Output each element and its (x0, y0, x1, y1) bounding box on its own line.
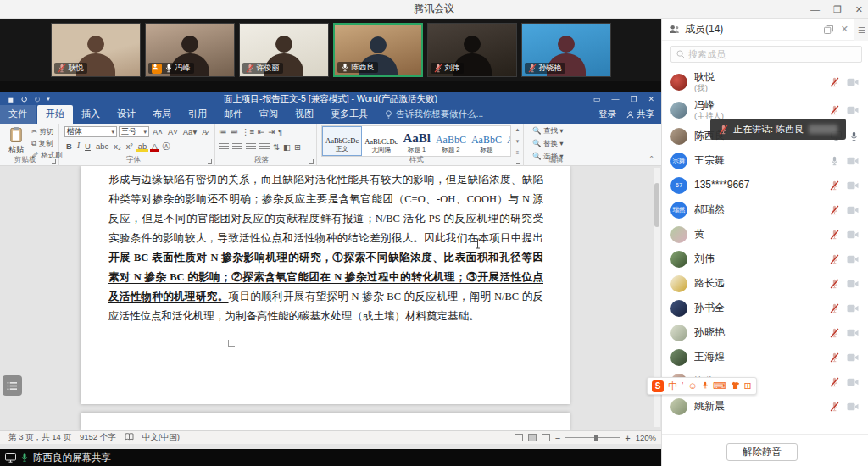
grow-font-button[interactable]: A˄ (151, 126, 164, 137)
member-mic-muted-icon[interactable] (830, 303, 839, 313)
member-row[interactable]: 孙书全 (662, 296, 868, 320)
close-icon[interactable]: ✕ (855, 5, 863, 14)
styles-dialog-launcher[interactable] (516, 159, 520, 164)
line-spacing-button[interactable]: ⇅ (273, 142, 280, 152)
style-item[interactable]: AaBbCcDc 无间隔 (362, 126, 400, 156)
shading-button[interactable]: ◧ (283, 142, 291, 152)
ime-voice-icon[interactable] (702, 380, 709, 391)
copy-button[interactable]: ⧉ 复制 (31, 139, 62, 149)
language-indicator[interactable]: 中文(中国) (142, 432, 180, 443)
collapse-ribbon-icon[interactable]: ⌃ (648, 155, 654, 163)
member-row[interactable]: 宗舞 王宗舞 (662, 148, 868, 173)
video-thumbnail[interactable]: 刘伟 (427, 23, 517, 77)
ribbon-tab[interactable]: 审阅 (251, 105, 287, 124)
ime-language-icon[interactable]: 中 (668, 381, 677, 391)
member-mic-muted-icon[interactable] (830, 205, 839, 215)
member-mic-muted-icon[interactable] (830, 230, 839, 240)
cut-button[interactable]: ✂ 剪切 (31, 127, 62, 137)
video-thumbnail[interactable]: 冯峰 (145, 23, 235, 77)
align-center-button[interactable] (232, 143, 242, 151)
word-close-icon[interactable]: ✕ (648, 95, 654, 103)
strikethrough-button[interactable]: abc (94, 141, 110, 152)
member-row[interactable]: 刘伟 (662, 247, 868, 271)
share-button[interactable]: 共享 (626, 108, 654, 120)
member-camera-icon[interactable] (847, 378, 859, 386)
member-search-box[interactable] (670, 46, 862, 63)
video-thumbnail[interactable]: 陈西良 (333, 23, 423, 77)
undo-icon[interactable]: ↺ (20, 95, 27, 104)
ribbon-tab[interactable]: 文件 (0, 105, 36, 124)
document-page[interactable]: 形成与边缘缺陷有密切的关系，而且缺陷对活化性能具有较大的影响，但是缺陷浓度、缺陷… (81, 166, 570, 404)
increase-indent-button[interactable]: ⇥ (268, 127, 275, 136)
clipboard-dialog-launcher[interactable] (52, 159, 56, 164)
member-mic-muted-icon[interactable] (830, 328, 839, 338)
document-next-page[interactable] (81, 413, 570, 430)
highlight-color-button[interactable]: ab (136, 141, 149, 152)
ribbon-tab[interactable]: 邮件 (215, 105, 251, 124)
minimize-icon[interactable]: — (810, 5, 820, 14)
member-mic-active-icon[interactable] (849, 131, 859, 141)
ime-toolbox-icon[interactable]: ⊞ (744, 381, 752, 391)
sogou-logo-icon[interactable]: S (652, 380, 664, 392)
member-row[interactable]: 耿悦 (我) (662, 68, 868, 96)
member-mic-muted-icon[interactable] (830, 105, 839, 115)
member-mic-muted-icon[interactable] (830, 77, 839, 87)
change-case-button[interactable]: Aa▾ (181, 126, 198, 137)
save-icon[interactable]: ▣ (7, 95, 14, 104)
member-row[interactable]: 瑞然 郝瑞然 (662, 197, 868, 222)
italic-button[interactable]: I (75, 141, 81, 152)
member-camera-icon[interactable] (847, 255, 859, 264)
member-mic-muted-icon[interactable] (830, 279, 839, 289)
style-item[interactable]: AaBbC 副标题 (504, 126, 511, 156)
font-color-button[interactable]: A (150, 141, 159, 152)
member-row[interactable]: 姚新晨 (662, 394, 868, 419)
underline-button[interactable]: U (83, 141, 92, 152)
member-camera-icon[interactable] (847, 157, 859, 165)
style-item[interactable]: AaBl 标题 1 (400, 126, 433, 156)
ribbon-display-icon[interactable]: ▭ (593, 95, 601, 103)
member-row[interactable]: 孙晓艳 (662, 320, 868, 345)
ribbon-tab[interactable]: 设计 (108, 105, 144, 124)
member-mic-muted-icon[interactable] (830, 180, 839, 191)
panel-close-icon[interactable]: ✕ (841, 24, 849, 35)
member-mic-muted-icon[interactable] (830, 377, 839, 387)
justify-button[interactable] (259, 143, 270, 151)
style-item[interactable]: AaBbC 标题 2 (433, 126, 469, 156)
proofing-icon[interactable] (125, 433, 134, 442)
ribbon-tab[interactable]: 视图 (287, 105, 322, 124)
zoom-in-button[interactable]: + (625, 433, 630, 443)
ribbon-tab[interactable]: 更多工具 (322, 105, 376, 124)
clear-format-button[interactable]: A̷ (200, 126, 209, 137)
word-maximize-icon[interactable]: ❐ (630, 95, 637, 103)
enclose-characters-button[interactable]: Ⓐ (161, 141, 173, 152)
web-layout-button[interactable] (542, 434, 550, 441)
font-dialog-launcher[interactable] (208, 159, 212, 164)
paragraph-dialog-launcher[interactable] (309, 159, 314, 164)
member-camera-icon[interactable] (847, 329, 859, 337)
read-mode-button[interactable] (515, 434, 523, 441)
member-camera-icon[interactable] (847, 230, 859, 239)
font-size-combo[interactable]: 三号▾ (119, 126, 149, 137)
member-row[interactable]: 67 135****9667 (662, 173, 868, 197)
maximize-icon[interactable]: ❐ (833, 5, 842, 14)
video-thumbnail[interactable]: 许俊丽 (239, 23, 329, 77)
sign-in-link[interactable]: 登录 (598, 108, 616, 120)
font-name-combo[interactable]: 楷体▾ (64, 126, 117, 137)
member-camera-icon[interactable] (847, 78, 859, 86)
member-camera-icon[interactable] (847, 402, 859, 411)
ime-keyboard-icon[interactable]: ⌨ (713, 381, 726, 391)
styles-gallery-scroll[interactable]: ▲▼≡ (514, 125, 521, 157)
style-item[interactable]: AaBbC 标题 (469, 126, 504, 156)
bold-button[interactable]: B (64, 141, 74, 152)
ime-skin-icon[interactable] (731, 381, 740, 391)
print-layout-button[interactable] (528, 434, 537, 441)
zoom-out-button[interactable]: − (555, 433, 560, 443)
member-row[interactable]: 黄 (662, 222, 868, 247)
popout-icon[interactable] (824, 25, 833, 34)
unmute-button[interactable]: 解除静音 (726, 443, 798, 461)
word-count[interactable]: 9152 个字 (80, 432, 116, 443)
ribbon-tab[interactable]: 引用 (180, 105, 215, 124)
bullets-button[interactable]: ≔ (219, 127, 227, 136)
member-mic-muted-icon[interactable] (830, 402, 839, 412)
editing-menu-item[interactable]: 🔍 替换 ▾ (532, 139, 564, 149)
